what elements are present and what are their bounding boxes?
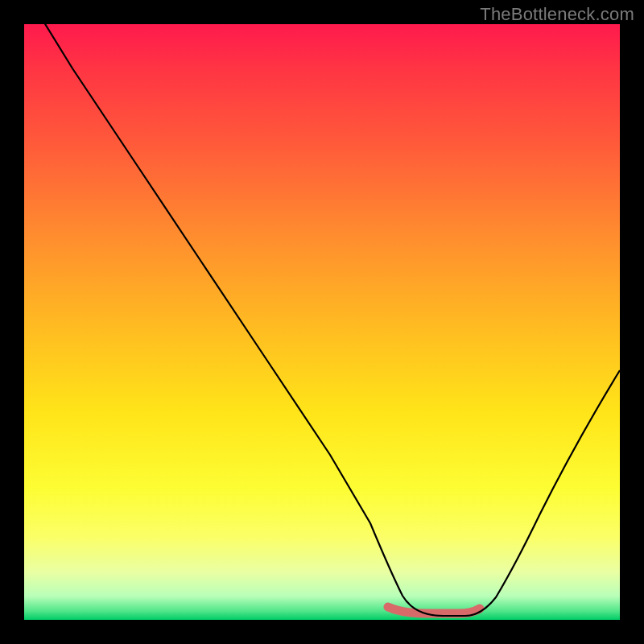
- curve-layer: [24, 24, 620, 620]
- chart-frame: TheBottleneck.com: [0, 0, 644, 644]
- plot-area: [24, 24, 620, 620]
- bottleneck-curve: [40, 24, 620, 616]
- watermark-text: TheBottleneck.com: [480, 4, 634, 25]
- optimal-range-marker: [388, 607, 480, 613]
